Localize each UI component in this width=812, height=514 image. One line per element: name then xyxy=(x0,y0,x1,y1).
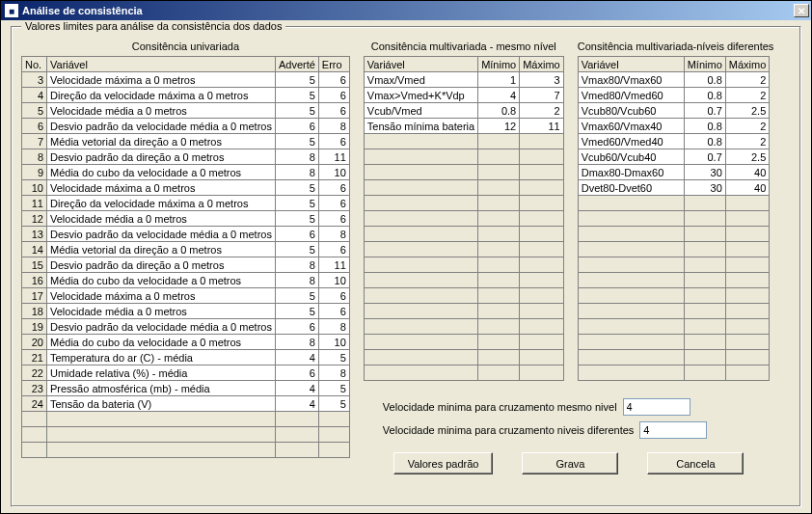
row-err[interactable]: 11 xyxy=(318,257,349,273)
table-row[interactable]: 9Média do cubo da velocidade a 0 metros8… xyxy=(22,165,350,180)
table-row[interactable]: 8Desvio padrão da direção a 0 metros811 xyxy=(22,149,350,165)
table-row[interactable]: Dmax80-Dmax603040 xyxy=(578,165,770,180)
row-adv[interactable]: 5 xyxy=(275,103,318,119)
row-err[interactable]: 5 xyxy=(318,350,349,365)
row-max[interactable]: 11 xyxy=(520,119,564,134)
table-row-empty[interactable] xyxy=(364,304,563,319)
table-row-empty[interactable] xyxy=(364,149,563,165)
row-variable[interactable]: Vcub/Vmed xyxy=(364,103,477,119)
row-adv[interactable]: 5 xyxy=(275,196,318,211)
table-row[interactable]: 15Desvio padrão da direção a 0 metros811 xyxy=(22,257,350,273)
cancel-button[interactable]: Cancela xyxy=(647,452,744,474)
row-err[interactable]: 6 xyxy=(318,103,349,119)
close-button[interactable]: ✕ xyxy=(794,4,809,17)
table-row-empty[interactable] xyxy=(578,335,770,350)
row-max[interactable]: 3 xyxy=(520,72,564,88)
multi-diff-table[interactable]: Variável Mínimo Máximo Vmax80/Vmax600.82… xyxy=(578,56,771,381)
table-row[interactable]: 14Média vetorial da direção a 0 metros56 xyxy=(22,242,350,257)
row-err[interactable]: 6 xyxy=(318,88,349,103)
same-col-var[interactable]: Variável xyxy=(364,57,477,72)
row-adv[interactable]: 4 xyxy=(275,381,318,396)
table-row-empty[interactable] xyxy=(22,427,350,443)
row-variable[interactable]: Umidade relativa (%) - média xyxy=(47,365,276,381)
row-err[interactable]: 6 xyxy=(318,304,349,319)
table-row[interactable]: 20Média do cubo da velocidade a 0 metros… xyxy=(22,335,350,350)
row-variable[interactable]: Dmax80-Dmax60 xyxy=(578,165,684,180)
row-min[interactable]: 0.7 xyxy=(684,149,725,165)
row-max[interactable]: 2.5 xyxy=(725,149,770,165)
row-min[interactable]: 12 xyxy=(478,119,520,134)
row-min[interactable]: 0.7 xyxy=(684,103,725,119)
row-adv[interactable]: 6 xyxy=(275,227,318,242)
table-row[interactable]: 12Velocidade média a 0 metros56 xyxy=(22,211,350,227)
uni-col-var[interactable]: Variável xyxy=(47,57,276,72)
row-err[interactable]: 10 xyxy=(318,273,349,288)
table-row-empty[interactable] xyxy=(578,273,770,288)
table-row-empty[interactable] xyxy=(578,288,770,304)
diff-col-max[interactable]: Máximo xyxy=(725,57,770,72)
table-row[interactable]: 18Velocidade média a 0 metros56 xyxy=(22,304,350,319)
table-row-empty[interactable] xyxy=(364,319,563,335)
row-variable[interactable]: Temperatura do ar (C) - média xyxy=(47,350,276,365)
row-variable[interactable]: Desvio padrão da velocidade média a 0 me… xyxy=(47,319,276,335)
table-row-empty[interactable] xyxy=(364,350,563,365)
row-adv[interactable]: 5 xyxy=(275,72,318,88)
table-row[interactable]: 23Pressão atmosférica (mb) - média45 xyxy=(22,381,350,396)
row-max[interactable]: 2.5 xyxy=(725,103,770,119)
row-err[interactable]: 6 xyxy=(318,288,349,304)
row-variable[interactable]: Média do cubo da velocidade a 0 metros xyxy=(47,273,276,288)
row-min[interactable]: 4 xyxy=(478,88,520,103)
table-row-empty[interactable] xyxy=(578,304,770,319)
row-min[interactable]: 30 xyxy=(684,165,725,180)
table-row[interactable]: Vmax60/Vmax400.82 xyxy=(578,119,770,134)
table-row-empty[interactable] xyxy=(364,335,563,350)
row-variable[interactable]: Vcub80/Vcub60 xyxy=(578,103,684,119)
row-variable[interactable]: Velocidade máxima a 0 metros xyxy=(47,72,276,88)
row-adv[interactable]: 5 xyxy=(275,242,318,257)
row-variable[interactable]: Vmax60/Vmax40 xyxy=(578,119,684,134)
row-variable[interactable]: Tensão mínima bateria xyxy=(364,119,477,134)
table-row[interactable]: Tensão mínima bateria1211 xyxy=(364,119,563,134)
row-variable[interactable]: Vmax>Vmed+K*Vdp xyxy=(364,88,477,103)
row-max[interactable]: 2 xyxy=(725,88,770,103)
row-variable[interactable]: Tensão da bateria (V) xyxy=(47,396,276,412)
table-row[interactable]: Vmed80/Vmed600.82 xyxy=(578,88,770,103)
row-err[interactable]: 11 xyxy=(318,149,349,165)
row-max[interactable]: 2 xyxy=(520,103,564,119)
row-variable[interactable]: Direção da velocidade máxima a 0 metros xyxy=(47,196,276,211)
row-variable[interactable]: Média do cubo da velocidade a 0 metros xyxy=(47,165,276,180)
uni-col-err[interactable]: Erro xyxy=(318,57,349,72)
row-variable[interactable]: Velocidade média a 0 metros xyxy=(47,304,276,319)
row-min[interactable]: 30 xyxy=(684,180,725,196)
row-min[interactable]: 0.8 xyxy=(684,72,725,88)
multi-same-table[interactable]: Variável Mínimo Máximo Vmax/Vmed13Vmax>V… xyxy=(364,56,564,381)
table-row-empty[interactable] xyxy=(578,211,770,227)
table-row-empty[interactable] xyxy=(364,227,563,242)
diff-col-min[interactable]: Mínimo xyxy=(684,57,725,72)
row-variable[interactable]: Desvio padrão da direção a 0 metros xyxy=(47,149,276,165)
row-adv[interactable]: 4 xyxy=(275,350,318,365)
table-row-empty[interactable] xyxy=(364,365,563,381)
row-err[interactable]: 6 xyxy=(318,72,349,88)
table-row[interactable]: Vmax>Vmed+K*Vdp47 xyxy=(364,88,563,103)
row-adv[interactable]: 8 xyxy=(275,335,318,350)
row-adv[interactable]: 6 xyxy=(275,365,318,381)
row-variable[interactable]: Média do cubo da velocidade a 0 metros xyxy=(47,335,276,350)
table-row[interactable]: Vcub/Vmed0.82 xyxy=(364,103,563,119)
row-min[interactable]: 0.8 xyxy=(684,88,725,103)
table-row-empty[interactable] xyxy=(364,211,563,227)
row-variable[interactable]: Desvio padrão da direção a 0 metros xyxy=(47,257,276,273)
table-row[interactable]: 16Média do cubo da velocidade a 0 metros… xyxy=(22,273,350,288)
row-variable[interactable]: Direção da velocidade máxima a 0 metros xyxy=(47,88,276,103)
vel-diff-input[interactable] xyxy=(639,421,707,439)
univariate-table[interactable]: No. Variável Adverté Erro 3Velocidade má… xyxy=(21,56,350,458)
table-row-empty[interactable] xyxy=(364,288,563,304)
table-row-empty[interactable] xyxy=(578,242,770,257)
table-row[interactable]: Vmed60/Vmed400.82 xyxy=(578,134,770,149)
table-row[interactable]: Vmax/Vmed13 xyxy=(364,72,563,88)
table-row-empty[interactable] xyxy=(364,165,563,180)
row-err[interactable]: 5 xyxy=(318,381,349,396)
row-adv[interactable]: 8 xyxy=(275,165,318,180)
uni-col-adv[interactable]: Adverté xyxy=(275,57,318,72)
row-min[interactable]: 0.8 xyxy=(684,119,725,134)
